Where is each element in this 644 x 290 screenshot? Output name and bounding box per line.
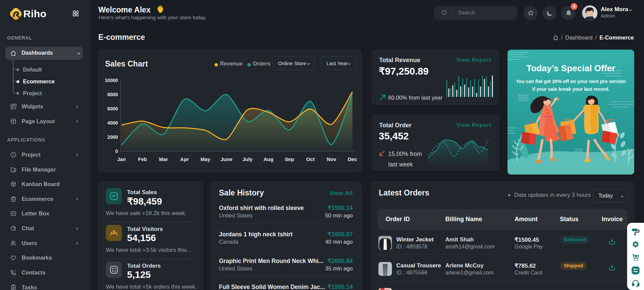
svg-text:Mar: Mar — [159, 156, 168, 162]
svg-text:8000: 8000 — [107, 92, 118, 97]
svg-text:June: June — [221, 156, 232, 162]
svg-text:10000: 10000 — [105, 78, 118, 83]
svg-text:Feb: Feb — [138, 156, 147, 162]
svg-text:Oct: Oct — [306, 156, 315, 162]
svg-text:6000: 6000 — [107, 106, 118, 111]
svg-text:4000: 4000 — [107, 120, 118, 126]
svg-text:2000: 2000 — [107, 134, 118, 140]
svg-text:Apr: Apr — [180, 156, 189, 162]
svg-text:0: 0 — [115, 149, 118, 154]
svg-text:Jan: Jan — [117, 156, 126, 162]
svg-text:July: July — [242, 156, 253, 162]
svg-text:May: May — [201, 156, 211, 162]
svg-text:Dec: Dec — [348, 156, 357, 162]
svg-text:Nov: Nov — [327, 156, 337, 162]
svg-text:Sep: Sep — [285, 156, 294, 162]
svg-text:Aug: Aug — [264, 156, 273, 162]
